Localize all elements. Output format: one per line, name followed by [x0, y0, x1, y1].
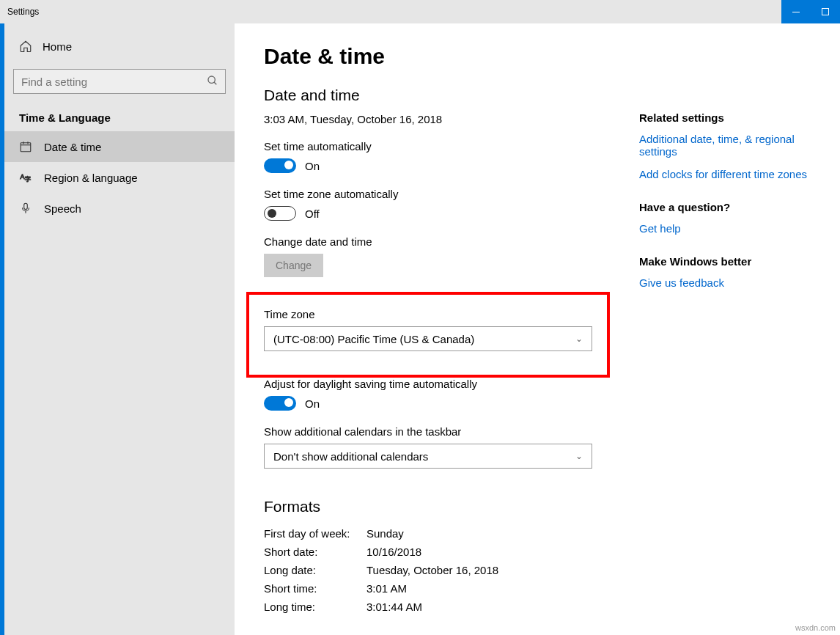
titlebar: Settings	[0, 0, 840, 23]
chevron-down-icon: ⌄	[575, 451, 583, 461]
format-row: Long date:Tuesday, October 16, 2018	[264, 561, 639, 579]
make-better-heading: Make Windows better	[639, 255, 811, 268]
home-icon	[19, 40, 32, 53]
format-row: Long time:3:01:44 AM	[264, 598, 639, 616]
link-additional-regional[interactable]: Additional date, time, & regional settin…	[639, 133, 811, 158]
highlight-timezone: Time zone (UTC-08:00) Pacific Time (US &…	[246, 292, 610, 378]
current-datetime: 3:03 AM, Tuesday, October 16, 2018	[264, 113, 639, 125]
svg-rect-0	[792, 12, 800, 12]
additional-calendars-value: Don't show additional calendars	[273, 450, 428, 463]
svg-text:字: 字	[25, 176, 31, 183]
additional-calendars-dropdown[interactable]: Don't show additional calendars ⌄	[264, 444, 592, 469]
have-question-heading: Have a question?	[639, 201, 811, 213]
sidebar-item-date-time[interactable]: Date & time	[1, 131, 235, 162]
set-tz-auto-toggle[interactable]	[264, 206, 296, 221]
minimize-button[interactable]	[781, 0, 811, 23]
maximize-button[interactable]	[811, 0, 840, 23]
change-button[interactable]: Change	[264, 254, 323, 277]
set-time-auto-toggle[interactable]	[264, 158, 296, 173]
formats-heading: Formats	[264, 498, 639, 515]
sidebar-item-label: Region & language	[44, 172, 138, 184]
format-row: Short time:3:01 AM	[264, 579, 639, 598]
timezone-label: Time zone	[264, 308, 592, 320]
page-title: Date & time	[264, 44, 639, 69]
home-label: Home	[43, 40, 72, 53]
link-add-clocks[interactable]: Add clocks for different time zones	[639, 168, 811, 180]
dst-state: On	[305, 397, 320, 410]
section-date-and-time: Date and time	[264, 87, 639, 104]
sidebar-item-speech[interactable]: Speech	[4, 193, 235, 224]
set-tz-auto-label: Set time zone automatically	[264, 188, 639, 200]
format-row: First day of week:Sunday	[264, 524, 639, 543]
additional-calendars-label: Show additional calendars in the taskbar	[264, 425, 639, 438]
related-settings-heading: Related settings	[639, 111, 811, 124]
svg-rect-1	[822, 9, 829, 15]
set-tz-auto-state: Off	[305, 208, 320, 220]
timezone-value: (UTC-08:00) Pacific Time (US & Canada)	[273, 333, 474, 345]
formats-table: First day of week:Sunday Short date:10/1…	[264, 524, 639, 616]
svg-point-2	[208, 76, 215, 83]
sidebar-section-title: Time & Language	[4, 101, 235, 131]
link-get-help[interactable]: Get help	[639, 222, 811, 235]
maximize-icon	[822, 8, 829, 15]
dst-toggle[interactable]	[264, 396, 296, 411]
set-time-auto-label: Set time automatically	[264, 140, 639, 153]
home-nav[interactable]: Home	[4, 31, 235, 62]
search-input[interactable]	[13, 69, 226, 94]
globe-icon: A字	[19, 171, 32, 184]
sidebar-item-label: Date & time	[44, 141, 101, 153]
search-box[interactable]	[13, 69, 226, 94]
microphone-icon	[19, 202, 32, 215]
set-time-auto-state: On	[305, 160, 320, 172]
svg-rect-4	[21, 143, 31, 152]
search-icon	[207, 75, 218, 89]
sidebar-item-label: Speech	[44, 202, 81, 215]
change-date-time-label: Change date and time	[264, 235, 639, 248]
svg-text:A: A	[21, 173, 25, 180]
chevron-down-icon: ⌄	[575, 334, 583, 344]
minimize-icon	[792, 12, 800, 12]
sidebar: Home Time & Language Date & time A字 Regi…	[0, 23, 235, 635]
svg-rect-10	[24, 203, 28, 209]
dst-label: Adjust for daylight saving time automati…	[264, 378, 639, 390]
right-column: Related settings Additional date, time, …	[639, 44, 811, 616]
main-content: Date & time Date and time 3:03 AM, Tuesd…	[235, 23, 840, 635]
sidebar-item-region-language[interactable]: A字 Region & language	[4, 162, 235, 193]
svg-line-3	[214, 82, 216, 84]
clock-icon	[19, 140, 32, 153]
format-row: Short date:10/16/2018	[264, 543, 639, 561]
link-feedback[interactable]: Give us feedback	[639, 276, 811, 289]
window-controls	[781, 0, 840, 23]
window-title: Settings	[0, 7, 39, 17]
watermark: wsxdn.com	[795, 623, 836, 632]
timezone-dropdown[interactable]: (UTC-08:00) Pacific Time (US & Canada) ⌄	[264, 326, 592, 351]
